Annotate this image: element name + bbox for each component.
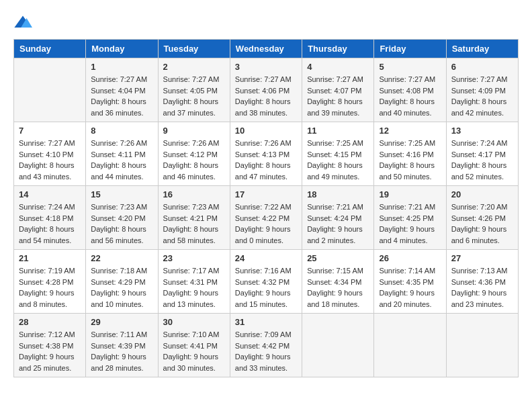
sunset: Sunset: 4:31 PM — [163, 277, 225, 288]
daylight: Daylight: 9 hours and 20 minutes. — [379, 287, 441, 310]
sunrise: Sunrise: 7:27 AM — [163, 74, 225, 85]
sunset: Sunset: 4:04 PM — [91, 85, 152, 97]
sunset: Sunset: 4:12 PM — [163, 149, 225, 161]
daylight: Daylight: 9 hours and 25 minutes. — [19, 351, 81, 373]
sunrise: Sunrise: 7:17 AM — [163, 265, 225, 277]
daylight: Daylight: 8 hours and 56 minutes. — [91, 224, 152, 246]
header-day-saturday: Saturday — [446, 40, 518, 58]
day-info: Sunrise: 7:27 AM Sunset: 4:08 PM Dayligh… — [379, 74, 441, 118]
sunrise: Sunrise: 7:10 AM — [163, 329, 225, 340]
calendar-cell: 18 Sunrise: 7:21 AM Sunset: 4:24 PM Dayl… — [302, 186, 374, 250]
day-info: Sunrise: 7:26 AM Sunset: 4:12 PM Dayligh… — [163, 138, 225, 182]
sunset: Sunset: 4:15 PM — [307, 149, 369, 161]
calendar-cell: 12 Sunrise: 7:25 AM Sunset: 4:16 PM Dayl… — [374, 122, 446, 186]
sunrise: Sunrise: 7:23 AM — [91, 201, 152, 213]
header-day-monday: Monday — [86, 40, 158, 58]
sunrise: Sunrise: 7:24 AM — [19, 201, 81, 213]
day-number: 28 — [19, 317, 81, 327]
daylight: Daylight: 9 hours and 4 minutes. — [379, 224, 441, 246]
calendar-cell: 20 Sunrise: 7:20 AM Sunset: 4:26 PM Dayl… — [446, 186, 518, 250]
calendar-cell: 21 Sunrise: 7:19 AM Sunset: 4:28 PM Dayl… — [14, 250, 86, 314]
sunset: Sunset: 4:41 PM — [163, 340, 225, 352]
daylight: Daylight: 9 hours and 8 minutes. — [19, 287, 81, 310]
day-number: 16 — [163, 189, 225, 199]
sunset: Sunset: 4:22 PM — [235, 213, 297, 224]
daylight: Daylight: 8 hours and 42 minutes. — [451, 96, 513, 118]
header-day-wednesday: Wednesday — [230, 40, 302, 58]
week-row-2: 14 Sunrise: 7:24 AM Sunset: 4:18 PM Dayl… — [14, 186, 519, 250]
day-info: Sunrise: 7:24 AM Sunset: 4:17 PM Dayligh… — [451, 138, 513, 182]
daylight: Daylight: 8 hours and 37 minutes. — [163, 96, 225, 118]
sunrise: Sunrise: 7:13 AM — [451, 265, 513, 277]
sunrise: Sunrise: 7:27 AM — [19, 138, 81, 149]
header-row: SundayMondayTuesdayWednesdayThursdayFrid… — [14, 40, 519, 58]
day-number: 10 — [235, 126, 297, 136]
day-number: 11 — [307, 126, 369, 136]
sunrise: Sunrise: 7:21 AM — [379, 201, 441, 213]
calendar-cell: 27 Sunrise: 7:13 AM Sunset: 4:36 PM Dayl… — [446, 250, 518, 314]
day-info: Sunrise: 7:22 AM Sunset: 4:22 PM Dayligh… — [235, 201, 297, 246]
calendar-table: SundayMondayTuesdayWednesdayThursdayFrid… — [13, 39, 519, 377]
daylight: Daylight: 9 hours and 0 minutes. — [235, 224, 297, 246]
sunrise: Sunrise: 7:25 AM — [307, 138, 369, 149]
day-info: Sunrise: 7:25 AM Sunset: 4:16 PM Dayligh… — [379, 138, 441, 182]
calendar-cell: 25 Sunrise: 7:15 AM Sunset: 4:34 PM Dayl… — [302, 250, 374, 314]
day-info: Sunrise: 7:13 AM Sunset: 4:36 PM Dayligh… — [451, 265, 513, 310]
sunrise: Sunrise: 7:14 AM — [379, 265, 441, 277]
daylight: Daylight: 9 hours and 15 minutes. — [235, 287, 297, 310]
sunset: Sunset: 4:25 PM — [379, 213, 441, 224]
calendar-cell: 16 Sunrise: 7:23 AM Sunset: 4:21 PM Dayl… — [158, 186, 230, 250]
calendar-cell: 19 Sunrise: 7:21 AM Sunset: 4:25 PM Dayl… — [374, 186, 446, 250]
day-info: Sunrise: 7:12 AM Sunset: 4:38 PM Dayligh… — [19, 329, 81, 373]
calendar-cell: 9 Sunrise: 7:26 AM Sunset: 4:12 PM Dayli… — [158, 122, 230, 186]
sunset: Sunset: 4:21 PM — [163, 213, 225, 224]
logo-icon — [13, 13, 32, 32]
day-number: 24 — [235, 253, 297, 263]
day-info: Sunrise: 7:21 AM Sunset: 4:24 PM Dayligh… — [307, 201, 369, 246]
calendar-cell: 13 Sunrise: 7:24 AM Sunset: 4:17 PM Dayl… — [446, 122, 518, 186]
sunrise: Sunrise: 7:15 AM — [307, 265, 369, 277]
daylight: Daylight: 8 hours and 36 minutes. — [91, 96, 152, 118]
sunrise: Sunrise: 7:26 AM — [235, 138, 297, 149]
day-info: Sunrise: 7:24 AM Sunset: 4:18 PM Dayligh… — [19, 201, 81, 246]
sunset: Sunset: 4:35 PM — [379, 277, 441, 288]
sunrise: Sunrise: 7:21 AM — [307, 201, 369, 213]
day-number: 20 — [451, 189, 513, 199]
day-info: Sunrise: 7:10 AM Sunset: 4:41 PM Dayligh… — [163, 329, 225, 373]
day-info: Sunrise: 7:27 AM Sunset: 4:04 PM Dayligh… — [91, 74, 152, 118]
sunset: Sunset: 4:26 PM — [451, 213, 513, 224]
day-number: 25 — [307, 253, 369, 263]
sunrise: Sunrise: 7:27 AM — [451, 74, 513, 85]
daylight: Daylight: 8 hours and 46 minutes. — [163, 160, 225, 182]
day-number: 4 — [307, 62, 369, 72]
calendar-cell: 31 Sunrise: 7:09 AM Sunset: 4:42 PM Dayl… — [230, 314, 302, 377]
day-number: 19 — [379, 189, 441, 199]
day-info: Sunrise: 7:27 AM Sunset: 4:09 PM Dayligh… — [451, 74, 513, 118]
day-number: 5 — [379, 62, 441, 72]
sunset: Sunset: 4:24 PM — [307, 213, 369, 224]
calendar-cell: 11 Sunrise: 7:25 AM Sunset: 4:15 PM Dayl… — [302, 122, 374, 186]
week-row-4: 28 Sunrise: 7:12 AM Sunset: 4:38 PM Dayl… — [14, 314, 519, 377]
calendar-cell: 6 Sunrise: 7:27 AM Sunset: 4:09 PM Dayli… — [446, 58, 518, 122]
calendar-cell: 29 Sunrise: 7:11 AM Sunset: 4:39 PM Dayl… — [86, 314, 158, 377]
sunrise: Sunrise: 7:12 AM — [19, 329, 81, 340]
header-day-tuesday: Tuesday — [158, 40, 230, 58]
day-number: 12 — [379, 126, 441, 136]
daylight: Daylight: 8 hours and 50 minutes. — [379, 160, 441, 182]
day-number: 21 — [19, 253, 81, 263]
day-info: Sunrise: 7:16 AM Sunset: 4:32 PM Dayligh… — [235, 265, 297, 310]
daylight: Daylight: 8 hours and 44 minutes. — [91, 160, 152, 182]
day-number: 31 — [235, 317, 297, 327]
day-number: 14 — [19, 189, 81, 199]
sunset: Sunset: 4:17 PM — [451, 149, 513, 161]
sunrise: Sunrise: 7:23 AM — [163, 201, 225, 213]
day-info: Sunrise: 7:27 AM Sunset: 4:07 PM Dayligh… — [307, 74, 369, 118]
calendar-cell: 4 Sunrise: 7:27 AM Sunset: 4:07 PM Dayli… — [302, 58, 374, 122]
sunset: Sunset: 4:13 PM — [235, 149, 297, 161]
sunset: Sunset: 4:07 PM — [307, 85, 369, 97]
sunrise: Sunrise: 7:25 AM — [379, 138, 441, 149]
daylight: Daylight: 9 hours and 6 minutes. — [451, 224, 513, 246]
calendar-cell: 2 Sunrise: 7:27 AM Sunset: 4:05 PM Dayli… — [158, 58, 230, 122]
day-number: 6 — [451, 62, 513, 72]
sunset: Sunset: 4:29 PM — [91, 277, 152, 288]
